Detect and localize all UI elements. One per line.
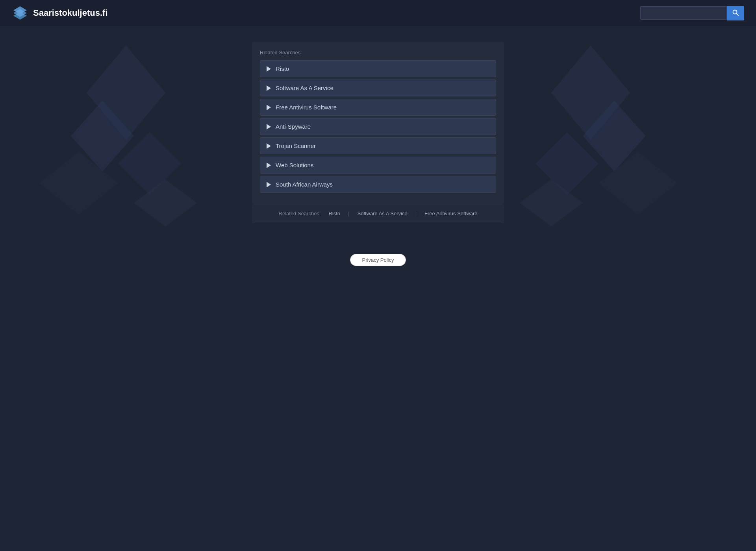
play-icon <box>267 105 271 110</box>
bottom-bar-link-risto[interactable]: Risto <box>328 211 340 216</box>
search-item-web-solutions[interactable]: Web Solutions <box>260 157 496 174</box>
search-item-label: Risto <box>276 65 289 72</box>
play-icon <box>267 124 271 129</box>
privacy-policy-button[interactable]: Privacy Policy <box>350 254 406 266</box>
svg-marker-10 <box>551 46 630 140</box>
bottom-bar: Related Searches: Risto | Software As A … <box>252 205 504 222</box>
svg-marker-6 <box>71 101 134 172</box>
search-item-software-as-a-service[interactable]: Software As A Service <box>260 80 496 96</box>
content-panel: Related Searches: Risto Software As A Se… <box>252 42 504 222</box>
site-header: Saaristokuljetus.fi <box>0 0 756 26</box>
play-icon <box>267 143 271 149</box>
main-content: Related Searches: Risto Software As A Se… <box>0 26 756 266</box>
search-item-label: Web Solutions <box>276 162 313 168</box>
play-icon <box>267 66 271 72</box>
search-item-label: Free Antivirus Software <box>276 104 337 111</box>
search-area <box>640 6 744 20</box>
search-item-trojan-scanner[interactable]: Trojan Scanner <box>260 137 496 154</box>
play-icon <box>267 163 271 168</box>
svg-marker-8 <box>39 152 118 215</box>
separator: | <box>415 211 417 216</box>
related-searches-heading: Related Searches: <box>260 50 496 55</box>
logo-area: Saaristokuljetus.fi <box>12 5 108 21</box>
site-title: Saaristokuljetus.fi <box>33 8 108 18</box>
search-button[interactable] <box>727 6 744 20</box>
bottom-bar-label: Related Searches: <box>279 211 321 216</box>
bottom-bar-link-software-as-service[interactable]: Software As A Service <box>358 211 408 216</box>
svg-marker-5 <box>87 46 165 140</box>
search-item-south-african-airways[interactable]: South African Airways <box>260 176 496 193</box>
svg-marker-9 <box>134 179 197 227</box>
search-item-label: Software As A Service <box>276 85 334 91</box>
svg-marker-11 <box>583 101 646 172</box>
separator: | <box>348 211 349 216</box>
search-input[interactable] <box>640 6 727 20</box>
svg-line-4 <box>737 13 739 15</box>
svg-marker-14 <box>520 179 583 227</box>
search-list: Risto Software As A Service Free Antivir… <box>260 60 496 193</box>
svg-marker-7 <box>118 132 181 195</box>
svg-marker-12 <box>536 132 598 195</box>
search-item-risto[interactable]: Risto <box>260 60 496 77</box>
play-icon <box>267 85 271 91</box>
bottom-bar-link-free-antivirus-software[interactable]: Free Antivirus Software <box>424 211 477 216</box>
search-item-label: South African Airways <box>276 181 333 188</box>
search-icon <box>732 9 739 16</box>
site-logo-icon <box>12 5 28 21</box>
search-item-label: Trojan Scanner <box>276 142 316 149</box>
search-item-free-antivirus-software[interactable]: Free Antivirus Software <box>260 99 496 116</box>
search-item-anti-spyware[interactable]: Anti-Spyware <box>260 118 496 135</box>
svg-marker-13 <box>598 152 677 215</box>
privacy-section: Privacy Policy <box>0 254 756 266</box>
search-item-label: Anti-Spyware <box>276 123 311 130</box>
play-icon <box>267 182 271 187</box>
